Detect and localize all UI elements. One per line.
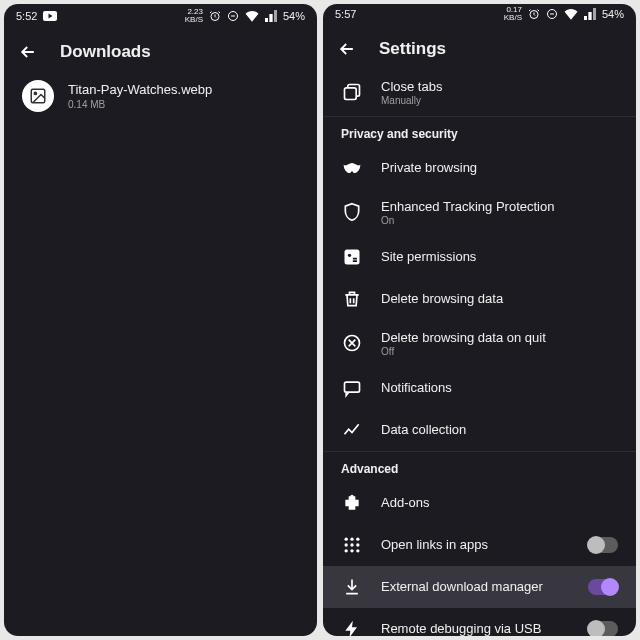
page-title: Downloads: [60, 42, 151, 62]
svg-point-13: [350, 537, 353, 540]
image-icon: [29, 87, 47, 105]
app-bar: Downloads: [4, 28, 317, 72]
row-data-collection[interactable]: Data collection: [323, 409, 636, 451]
row-private-browsing[interactable]: Private browsing: [323, 147, 636, 189]
row-close-tabs[interactable]: Close tabsManually: [323, 69, 636, 116]
bolt-icon: [342, 619, 362, 636]
toggle-remote-debug[interactable]: [588, 621, 618, 636]
clock: 5:52: [16, 10, 37, 22]
svg-point-9: [348, 253, 351, 256]
permissions-icon: [342, 247, 362, 267]
mask-icon: [342, 158, 362, 178]
svg-point-15: [345, 543, 348, 546]
svg-point-12: [345, 537, 348, 540]
wifi-icon: [245, 10, 259, 22]
row-etp[interactable]: Enhanced Tracking ProtectionOn: [323, 189, 636, 236]
section-advanced: Advanced: [323, 452, 636, 482]
notification-icon: [342, 378, 362, 398]
svg-rect-11: [345, 382, 360, 392]
file-name: Titan-Pay-Watches.webp: [68, 82, 212, 97]
puzzle-icon: [342, 493, 362, 513]
svg-rect-7: [345, 88, 357, 100]
back-icon[interactable]: [337, 39, 357, 59]
svg-point-17: [356, 543, 359, 546]
dnd-icon: [227, 10, 239, 22]
phone-downloads: 5:52 2.23KB/S 54% Downloads Titan-Pay-Wa…: [4, 4, 317, 636]
svg-point-16: [350, 543, 353, 546]
row-delete-data[interactable]: Delete browsing data: [323, 278, 636, 320]
toggle-open-links[interactable]: [588, 537, 618, 553]
chart-icon: [342, 420, 362, 440]
battery-text: 54%: [602, 8, 624, 20]
svg-point-14: [356, 537, 359, 540]
delete-quit-icon: [342, 333, 362, 353]
file-thumb: [22, 80, 54, 112]
file-size: 0.14 MB: [68, 99, 212, 110]
row-addons[interactable]: Add-ons: [323, 482, 636, 524]
shield-icon: [342, 202, 362, 222]
signal-icon: [265, 10, 277, 22]
back-icon[interactable]: [18, 42, 38, 62]
app-bar: Settings: [323, 25, 636, 69]
row-site-permissions[interactable]: Site permissions: [323, 236, 636, 278]
row-open-links[interactable]: Open links in apps: [323, 524, 636, 566]
svg-point-4: [34, 92, 36, 94]
clock: 5:57: [335, 8, 356, 20]
svg-point-18: [345, 549, 348, 552]
section-privacy: Privacy and security: [323, 117, 636, 147]
dnd-icon: [546, 8, 558, 20]
svg-point-19: [350, 549, 353, 552]
row-remote-debug[interactable]: Remote debugging via USB: [323, 608, 636, 636]
apps-icon: [342, 535, 362, 555]
page-title: Settings: [379, 39, 446, 59]
download-item[interactable]: Titan-Pay-Watches.webp 0.14 MB: [4, 72, 317, 120]
phone-settings: 5:57 0.17KB/S 54% Settings Close tabsMan…: [323, 4, 636, 636]
toggle-external-download[interactable]: [588, 579, 618, 595]
svg-rect-8: [345, 249, 360, 264]
trash-icon: [342, 289, 362, 309]
alarm-icon: [528, 8, 540, 20]
signal-icon: [584, 8, 596, 20]
alarm-icon: [209, 10, 221, 22]
svg-point-20: [356, 549, 359, 552]
youtube-icon: [43, 11, 57, 21]
wifi-icon: [564, 8, 578, 20]
battery-text: 54%: [283, 10, 305, 22]
row-delete-on-quit[interactable]: Delete browsing data on quitOff: [323, 320, 636, 367]
status-bar: 5:57 0.17KB/S 54%: [323, 4, 636, 25]
tabs-icon: [342, 82, 362, 102]
row-notifications[interactable]: Notifications: [323, 367, 636, 409]
row-external-download[interactable]: External download manager: [323, 566, 636, 608]
status-bar: 5:52 2.23KB/S 54%: [4, 4, 317, 28]
download-icon: [342, 577, 362, 597]
